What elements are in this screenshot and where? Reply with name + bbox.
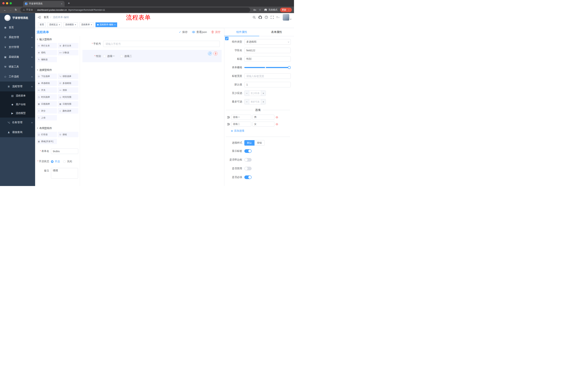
show-label-toggle[interactable]: [244, 149, 252, 153]
option-value-input[interactable]: [252, 122, 274, 127]
tag-close-icon[interactable]: ×: [75, 23, 76, 26]
palette-item-slider[interactable]: ↦滑块: [58, 87, 78, 93]
menu-kebab-icon[interactable]: ⋮: [288, 9, 290, 11]
palette-item-upload[interactable]: ⇧上传: [36, 115, 57, 120]
minimize-window-button[interactable]: [6, 2, 8, 4]
component-type-select[interactable]: 多选框组 ∨: [244, 39, 291, 45]
style-button-button[interactable]: 按钮: [254, 140, 264, 146]
title-input[interactable]: [244, 56, 291, 62]
slider-handle[interactable]: [288, 66, 291, 69]
tag-process-form-edit[interactable]: 流程表单-编辑 ×: [95, 22, 117, 27]
palette-item-color-picker[interactable]: ◐颜色选择: [58, 108, 78, 114]
option-label-input[interactable]: [231, 115, 251, 120]
sidebar-item-process-management[interactable]: ≣ 流程管理 ∧: [0, 82, 35, 91]
sidebar-item-home[interactable]: ◉ 首页: [0, 22, 35, 32]
radio-on[interactable]: 开启: [51, 160, 60, 163]
back-button[interactable]: ←: [2, 8, 8, 11]
palette-item-radio-group[interactable]: ◉单选框组: [36, 80, 57, 86]
style-default-button[interactable]: 默认: [244, 140, 254, 146]
sidebar-item-infrastructure[interactable]: ▣ 基础设施 ∨: [0, 52, 35, 62]
palette-item-table[interactable]: ▦表格[开发中]: [36, 139, 57, 144]
search-icon[interactable]: [253, 16, 256, 19]
palette-item-checkbox-group[interactable]: ☑多选框组: [58, 80, 78, 86]
palette-item-multiline-text[interactable]: ≣多行文本: [58, 43, 78, 48]
palette-item-time-picker[interactable]: ◷时间选择: [36, 94, 57, 100]
required-toggle[interactable]: [244, 175, 252, 179]
delete-field-button[interactable]: [214, 52, 218, 55]
remove-option-button[interactable]: ⊖: [276, 123, 278, 126]
tag-process-definition[interactable]: 流程定义 ×: [47, 22, 62, 27]
sidebar-item-task-management[interactable]: ⌥ 任务管理 ∨: [0, 117, 35, 128]
tab-component-props[interactable]: 组件属性: [224, 28, 259, 36]
github-icon[interactable]: [259, 16, 262, 19]
palette-item-time-range[interactable]: ◶时间范围: [58, 94, 78, 100]
phone-input[interactable]: [103, 41, 220, 47]
palette-item-button[interactable]: ⊡按钮: [58, 132, 78, 137]
avatar[interactable]: [283, 14, 289, 21]
option-label-input[interactable]: [231, 122, 251, 127]
decrease-button[interactable]: −: [244, 99, 249, 104]
tag-close-icon[interactable]: ×: [114, 23, 116, 26]
sidebar-item-user-group[interactable]: ☻ 用户分组: [0, 100, 35, 109]
view-json-button[interactable]: 查看json: [192, 30, 207, 34]
add-option-button[interactable]: ⊕ 添加选项: [231, 129, 291, 132]
checkbox-icon[interactable]: [103, 55, 106, 57]
forward-button[interactable]: →: [8, 8, 13, 11]
save-button[interactable]: ✓ 保存: [179, 30, 188, 34]
form-remark-textarea[interactable]: 嘿嘿: [51, 168, 78, 179]
help-icon[interactable]: ?: [265, 16, 268, 19]
palette-item-rate[interactable]: ☆评分: [36, 108, 57, 114]
duplicate-field-button[interactable]: [208, 52, 212, 55]
increase-button[interactable]: +: [261, 99, 266, 104]
close-window-button[interactable]: [2, 2, 5, 4]
tab-form-props[interactable]: 表单属性: [259, 28, 294, 36]
palette-item-editor[interactable]: ✎编辑器: [36, 57, 57, 62]
tag-process-model[interactable]: 流程模型 ×: [63, 22, 78, 27]
tag-close-icon[interactable]: ×: [59, 23, 60, 26]
palette-item-single-line-text[interactable]: ▭单行文本: [36, 43, 57, 48]
sidebar-item-dev-tools[interactable]: ⚒ 研发工具 ∨: [0, 62, 35, 72]
border-toggle[interactable]: [244, 158, 252, 162]
palette-item-cascader[interactable]: ⌥级联选择: [58, 74, 78, 79]
tag-close-icon[interactable]: ×: [91, 23, 92, 26]
palette-item-switch[interactable]: ⊷开关: [36, 87, 57, 93]
form-name-input[interactable]: [51, 149, 78, 154]
increase-button[interactable]: +: [261, 91, 266, 96]
drag-handle-icon[interactable]: [227, 116, 230, 118]
key-icon[interactable]: [253, 8, 256, 11]
canvas-field-phone[interactable]: *手机号: [83, 39, 221, 49]
update-button[interactable]: 更新 ⋮: [280, 8, 292, 12]
font-size-icon[interactable]: TT: [276, 16, 280, 19]
label-width-input[interactable]: [244, 73, 291, 79]
palette-item-select[interactable]: ◎下拉选择: [36, 74, 57, 79]
drag-handle-icon[interactable]: [227, 123, 230, 125]
link-button[interactable]: [225, 37, 229, 40]
decrease-button[interactable]: −: [244, 91, 249, 96]
reload-button[interactable]: ↻: [13, 8, 19, 11]
palette-item-date-picker[interactable]: ▦日期选择: [36, 101, 57, 107]
new-tab-button[interactable]: +: [68, 1, 70, 5]
slider-track[interactable]: [244, 67, 289, 68]
palette-item-row-container[interactable]: ◫行容器: [36, 132, 57, 137]
min-select-stepper[interactable]: − 至少应选 +: [244, 90, 266, 96]
sidebar-item-process-model[interactable]: ▶ 流程模型: [0, 109, 35, 117]
checkbox-option-1[interactable]: 选项一: [103, 55, 115, 58]
sidebar-item-system-management[interactable]: ⚙ 系统管理 ∨: [0, 32, 35, 42]
breadcrumb-home[interactable]: 首页: [44, 16, 49, 19]
sidebar-item-payment-management[interactable]: ¥ 支付管理 ∨: [0, 42, 35, 52]
grid-span-slider[interactable]: [244, 65, 291, 70]
tag-process-form[interactable]: 流程表单 ×: [80, 22, 94, 27]
sidebar-item-process-form[interactable]: ▤ 流程表单: [0, 91, 35, 100]
browser-tab[interactable]: 芋道管理系统 ×: [23, 1, 64, 7]
tag-home[interactable]: 首页: [38, 22, 46, 27]
checkbox-icon[interactable]: [120, 55, 123, 57]
max-select-stepper[interactable]: − 最多可选 +: [244, 99, 266, 105]
zoom-window-button[interactable]: [10, 2, 12, 4]
fullscreen-icon[interactable]: [271, 16, 274, 19]
canvas-field-gender[interactable]: *性别 选项一 选项二: [83, 50, 221, 62]
sidebar-item-workflow[interactable]: ◇ 工作流程 ∧: [0, 72, 35, 82]
default-value-input[interactable]: [244, 82, 291, 87]
disabled-toggle[interactable]: [244, 167, 252, 170]
palette-item-counter[interactable]: 123计数器: [58, 50, 78, 55]
palette-item-date-range[interactable]: ▩日期范围: [58, 101, 78, 107]
